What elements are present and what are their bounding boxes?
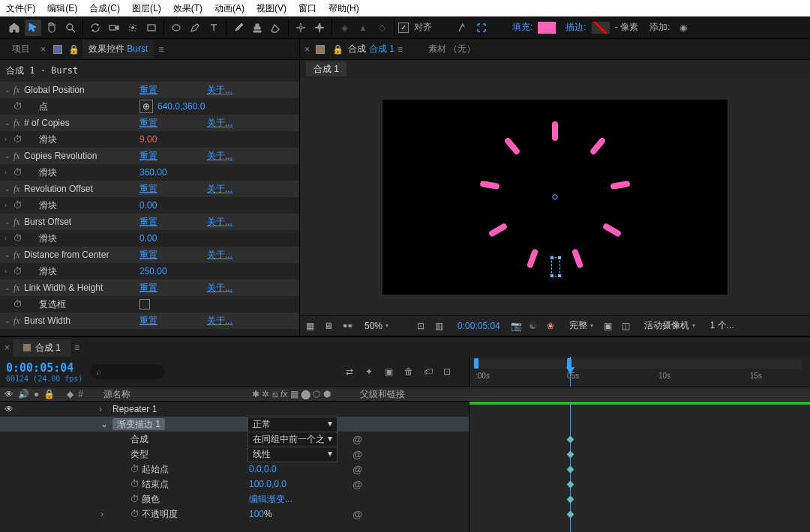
- camera-dropdown[interactable]: 活动摄像机▾: [640, 318, 700, 333]
- composite-dropdown[interactable]: 在同组中前一个之▾: [248, 432, 338, 447]
- view-icon1[interactable]: ▣: [604, 321, 616, 331]
- eraser-tool[interactable]: [268, 19, 284, 36]
- zoom-dropdown[interactable]: 50%▾: [360, 320, 393, 332]
- close-icon[interactable]: ×: [304, 44, 310, 55]
- label-column-icon[interactable]: ◆: [67, 389, 74, 399]
- menu-view[interactable]: 视图(V): [254, 1, 290, 16]
- composition-viewer[interactable]: [300, 79, 810, 315]
- fx-property[interactable]: ›⏱滑块0.00: [0, 197, 299, 214]
- add-label[interactable]: 添加:: [650, 21, 670, 34]
- tl-tool-3[interactable]: ▣: [385, 366, 397, 377]
- channel-icon[interactable]: ☯: [529, 321, 541, 331]
- fx-property[interactable]: ›⏱滑块360.00: [0, 164, 299, 181]
- menu-effect[interactable]: 效果(T): [170, 1, 206, 16]
- eye-column-icon[interactable]: 👁: [4, 389, 14, 399]
- transparency-icon[interactable]: ▥: [435, 321, 447, 331]
- fx-property[interactable]: ›⏱滑块9.00: [0, 131, 299, 148]
- menu-anim[interactable]: 动画(A): [212, 1, 248, 16]
- fx-property[interactable]: ⏱点⊕640.0,360.0: [0, 98, 299, 115]
- timeline-tracks[interactable]: [469, 402, 810, 532]
- canvas[interactable]: [382, 100, 728, 294]
- hand-tool[interactable]: [44, 19, 60, 36]
- pen-tool[interactable]: [187, 19, 203, 36]
- monitor-icon[interactable]: 🖥: [324, 321, 336, 331]
- parent-column[interactable]: 父级和链接: [354, 388, 405, 401]
- region-icon[interactable]: ⊡: [417, 321, 429, 331]
- keyframe[interactable]: [567, 511, 574, 519]
- lock-icon[interactable]: 🔒: [67, 44, 81, 55]
- add-icon[interactable]: ◉: [675, 19, 692, 36]
- stroke-px[interactable]: - 像素: [615, 21, 638, 34]
- opacity-value[interactable]: 100: [248, 509, 264, 519]
- layer-row-type[interactable]: 类型 线性▾ @: [0, 447, 469, 462]
- fx-header[interactable]: ⌄fxBurst Offset重置关于...: [0, 214, 299, 230]
- keyframe[interactable]: [567, 451, 574, 459]
- keyframe[interactable]: [567, 436, 574, 444]
- time-ruler[interactable]: :00s 05s 10s 15s: [469, 357, 810, 387]
- grid-icon[interactable]: ▦: [306, 321, 318, 331]
- pickwhip-icon[interactable]: @: [348, 464, 362, 475]
- resolution-dropdown[interactable]: 完整▾: [565, 318, 598, 333]
- menu-file[interactable]: 文件(F): [3, 1, 38, 16]
- workarea-start[interactable]: [474, 358, 478, 369]
- selection-tool[interactable]: [25, 19, 41, 36]
- layer-row-gradient[interactable]: ⌄ 渐变描边 1 正常▾: [0, 417, 469, 432]
- view-icon2[interactable]: ◫: [622, 321, 634, 331]
- playhead[interactable]: [570, 357, 571, 387]
- layer-bar[interactable]: [470, 402, 810, 405]
- search-input[interactable]: [90, 364, 165, 379]
- color-value[interactable]: 编辑渐变...: [248, 494, 292, 504]
- selection-box[interactable]: [551, 257, 560, 276]
- index-column[interactable]: #: [78, 389, 83, 399]
- comp-sub-tab[interactable]: 合成 1: [306, 61, 346, 76]
- bounds-icon[interactable]: [473, 19, 490, 36]
- home-icon[interactable]: [6, 19, 22, 36]
- fx-property[interactable]: ⏱复选框: [0, 296, 299, 312]
- stroke-label[interactable]: 描边:: [566, 21, 586, 34]
- pickwhip-icon[interactable]: @: [348, 509, 362, 520]
- layer-row-composite[interactable]: 合成 在同组中前一个之▾ @: [0, 432, 469, 447]
- close-tab-icon[interactable]: ×: [4, 342, 10, 353]
- tl-tool-4[interactable]: 🗑: [404, 366, 416, 377]
- puppet-tool[interactable]: [311, 19, 328, 36]
- fill-swatch[interactable]: [538, 22, 556, 34]
- keyframe[interactable]: [567, 466, 574, 474]
- close-tab-icon[interactable]: ×: [40, 44, 46, 55]
- pickwhip-icon[interactable]: @: [348, 479, 362, 490]
- pickwhip-icon[interactable]: @: [348, 434, 362, 445]
- layer-row-repeater[interactable]: 👁› Repeater 1: [0, 402, 469, 417]
- camera-tool[interactable]: [106, 19, 122, 36]
- audio-column-icon[interactable]: 🔊: [18, 389, 29, 399]
- lock-icon[interactable]: 🔒: [331, 44, 345, 55]
- panel-menu-icon[interactable]: ≡: [398, 44, 403, 55]
- views-dropdown[interactable]: 1 个...: [706, 318, 739, 333]
- timecode[interactable]: 0:00:05:04: [6, 361, 82, 375]
- fx-header[interactable]: ⌄fxBurst Width重置关于...: [0, 312, 299, 329]
- layer-row-start[interactable]: ⏱ 起始点 0.0,0.0 @: [0, 462, 469, 477]
- blend-mode-dropdown[interactable]: 正常▾: [248, 417, 338, 432]
- pickwhip-icon[interactable]: @: [348, 449, 362, 460]
- menu-help[interactable]: 帮助(H): [326, 1, 362, 16]
- stroke-swatch[interactable]: [592, 22, 610, 34]
- menu-edit[interactable]: 编辑(E): [44, 1, 80, 16]
- text-tool[interactable]: [206, 19, 222, 36]
- panel-menu-icon[interactable]: ≡: [74, 342, 80, 353]
- tl-tool-5[interactable]: 🏷: [424, 366, 436, 377]
- menu-window[interactable]: 窗口: [296, 1, 320, 16]
- comp-name[interactable]: 合成 1: [369, 43, 394, 55]
- project-tab[interactable]: 项目: [6, 40, 36, 58]
- ellipse-tool[interactable]: [168, 19, 184, 36]
- footage-tab[interactable]: 素材 （无）: [428, 43, 476, 55]
- fx-header[interactable]: ⌄fxGlobal Position重置关于...: [0, 82, 299, 98]
- roto-tool[interactable]: [292, 19, 309, 36]
- tl-tool-1[interactable]: ⇄: [346, 366, 358, 377]
- rect-tool[interactable]: [143, 19, 160, 36]
- timeline-tab[interactable]: 合成 1: [13, 339, 71, 357]
- brush-tool[interactable]: [230, 19, 247, 36]
- fx-property[interactable]: ›⏱滑块0.00: [0, 230, 299, 247]
- fx-header[interactable]: ⌄fxCopies Revolution重置关于...: [0, 148, 299, 164]
- switches-column[interactable]: ✱ ✲ ⧅ fx ▦ ⬤ ⬡ ⬢: [249, 389, 354, 399]
- menu-comp[interactable]: 合成(C): [86, 1, 123, 16]
- orbit-tool[interactable]: [87, 19, 104, 36]
- pan-behind-tool[interactable]: [124, 19, 141, 36]
